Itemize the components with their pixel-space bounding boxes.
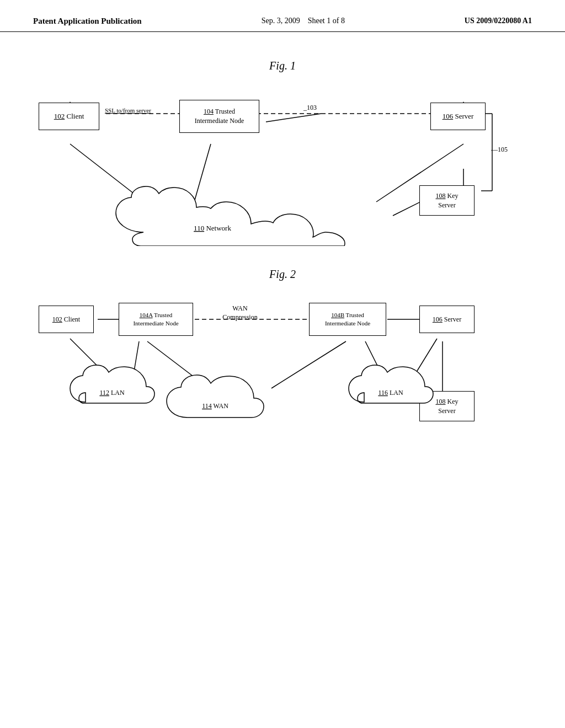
fig2-node-a-box: 104A TrustedIntermediate Node [119,303,193,336]
fig1-103-label: _103 [303,104,317,112]
svg-text:116  LAN: 116 LAN [378,389,403,397]
fig2-diagram: 102 Client 104A TrustedIntermediate Node… [33,289,532,443]
publication-label: Patent Application Publication [33,17,142,25]
svg-text:114  WAN: 114 WAN [202,402,228,410]
header-right: US 2009/0220080 A1 [465,17,532,25]
header-left: Patent Application Publication [33,17,142,26]
fig1-client-box: 102 Client [39,103,99,130]
fig2-lan-right-cloud: 116 LAN [348,361,436,410]
sheet-label: Sheet 1 of 8 [308,17,345,25]
header-center: Sep. 3, 2009 Sheet 1 of 8 [262,17,345,25]
fig2-server-box: 106 Server [419,306,475,333]
fig2-wan-cloud: 114 WAN [166,371,276,426]
svg-text:110  Network: 110 Network [194,224,231,232]
fig1-key-server-box: 108 KeyServer [419,185,475,216]
fig2-node-b-box: 104B TrustedIntermediate Node [309,303,386,336]
fig1-diagram: 102 Client 104 TrustedIntermediate Node … [33,81,532,251]
svg-line-10 [266,114,321,122]
fig2-wan-compression-label: WANCompression [215,304,265,322]
date-label: Sep. 3, 2009 [262,17,300,25]
fig1-server-box: 106 Server [430,103,486,130]
patent-number: US 2009/0220080 A1 [465,17,532,25]
fig2-title: Fig. 2 [33,268,532,281]
main-content: Fig. 1 [0,38,565,454]
fig2-client-box: 102 Client [39,306,94,333]
fig1-ssl-label: SSL to/from server [105,107,151,114]
fig1-trusted-node-box: 104 TrustedIntermediate Node [179,100,259,133]
page-header: Patent Application Publication Sep. 3, 2… [0,0,565,32]
svg-text:112  LAN: 112 LAN [99,389,125,397]
fig1-105-label: —105 [491,146,508,154]
fig1-title: Fig. 1 [33,60,532,72]
fig1-network-cloud: 110 Network [110,185,375,246]
fig2-lan-left-cloud: 112 LAN [69,361,157,410]
svg-line-22 [271,341,346,388]
